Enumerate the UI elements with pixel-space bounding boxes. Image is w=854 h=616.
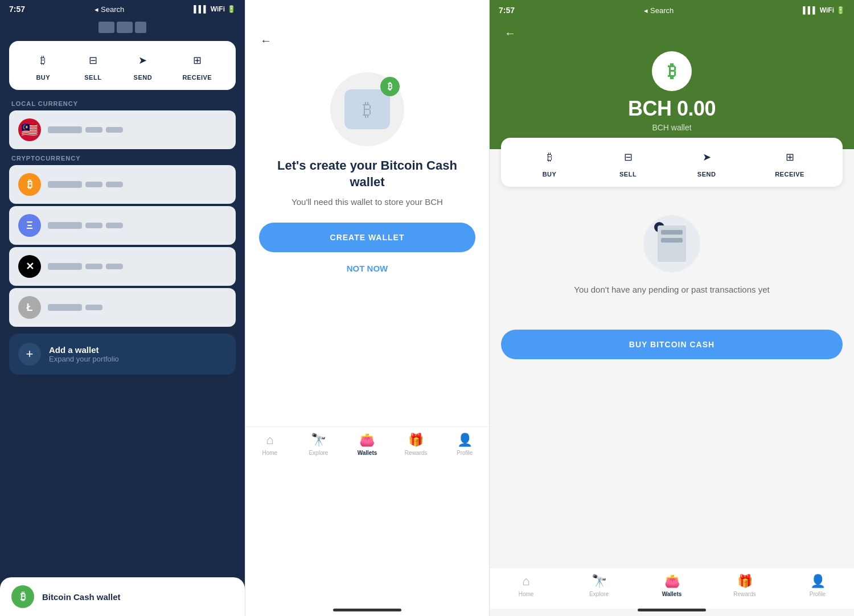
time-left: 7:57	[9, 5, 25, 14]
status-icons-left: ▌▌▌ WiFi 🔋	[194, 5, 236, 13]
ltc-info	[48, 304, 102, 311]
add-wallet-banner[interactable]: + Add a wallet Expand your portfolio	[9, 334, 236, 375]
tab-bar-middle: ⌂ Home 🔭 Explore 👛 Wallets 🎁 Rewards 👤 P…	[245, 426, 489, 467]
sell-label-left: SELL	[84, 74, 101, 81]
bch-preview-label: Bitcoin Cash wallet	[42, 592, 121, 602]
logo-block-1	[98, 22, 114, 33]
action-receive-left[interactable]: ⊞ RECEIVE	[182, 50, 212, 81]
tab-home-middle[interactable]: ⌂ Home	[253, 433, 287, 456]
send-icon-left: ➤	[133, 50, 153, 71]
explore-label-right: Explore	[589, 591, 609, 597]
myr-icon: 🇲🇾	[18, 118, 41, 141]
logo-block-2	[117, 22, 133, 33]
receive-label-right: RECEIVE	[775, 171, 804, 178]
buy-icon-left: ₿	[33, 50, 54, 71]
myr-bar-1	[48, 126, 82, 133]
ltc-icon: Ł	[18, 296, 41, 319]
xrp-bar-2	[85, 264, 102, 269]
action-buy-right[interactable]: ₿ BUY	[539, 147, 560, 178]
rewards-label-right: Rewards	[733, 591, 756, 597]
add-wallet-title: Add a wallet	[49, 345, 119, 355]
bch-preview-icon: ₿	[11, 585, 34, 608]
ltc-bar-1	[48, 304, 82, 311]
action-sell-right[interactable]: ⊟ SELL	[618, 147, 638, 178]
back-button-middle[interactable]: ←	[257, 31, 275, 50]
back-button-right[interactable]: ←	[501, 24, 519, 42]
tab-rewards-middle[interactable]: 🎁 Rewards	[399, 433, 433, 456]
buy-label-right: BUY	[543, 171, 557, 178]
sell-label-right: SELL	[619, 171, 637, 178]
sell-icon-left: ⊟	[83, 50, 103, 71]
empty-transactions-area: You don't have any pending or past trans…	[490, 187, 854, 324]
not-now-button[interactable]: NOT NOW	[245, 252, 489, 285]
btc-info	[48, 181, 123, 188]
currency-btc[interactable]: ₿	[9, 165, 236, 204]
bch-header: ← ₿ BCH 0.00 BCH wallet	[490, 18, 854, 149]
xrp-bar-1	[48, 263, 82, 270]
tab-rewards-right[interactable]: 🎁 Rewards	[728, 574, 762, 597]
action-buy-left[interactable]: ₿ BUY	[33, 50, 54, 81]
xrp-bar-3	[106, 264, 123, 269]
logo-block-3	[135, 22, 146, 33]
sell-icon-right: ⊟	[618, 147, 638, 167]
tab-profile-middle[interactable]: 👤 Profile	[447, 433, 482, 456]
tab-bar-right: ⌂ Home 🔭 Explore 👛 Wallets 🎁 Rewards 👤 P…	[490, 568, 854, 609]
search-nav-right[interactable]: ◂ Search	[644, 6, 674, 15]
wallets-label-middle: Wallets	[358, 450, 377, 456]
currency-eth[interactable]: Ξ	[9, 206, 236, 245]
eth-bar-3	[106, 223, 123, 228]
action-send-right[interactable]: ➤ SEND	[696, 147, 717, 178]
rewards-icon-middle: 🎁	[408, 433, 424, 447]
tab-wallets-right[interactable]: 👛 Wallets	[655, 574, 689, 597]
home-icon-middle: ⌂	[266, 433, 273, 447]
buy-label-left: BUY	[36, 74, 50, 81]
myr-bar-3	[106, 127, 123, 133]
receive-label-left: RECEIVE	[182, 74, 212, 81]
action-send-left[interactable]: ➤ SEND	[133, 50, 153, 81]
btc-icon: ₿	[18, 173, 41, 196]
add-wallet-plus-icon: +	[18, 343, 41, 366]
profile-label-right: Profile	[810, 591, 826, 597]
explore-label-middle: Explore	[309, 450, 328, 456]
rewards-icon-right: 🎁	[737, 574, 753, 589]
send-icon-right: ➤	[696, 147, 717, 167]
bch-wallet-label: BCH wallet	[652, 123, 691, 132]
receive-icon-right: ⊞	[779, 147, 800, 167]
tab-home-right[interactable]: ⌂ Home	[509, 574, 543, 597]
action-sell-left[interactable]: ⊟ SELL	[83, 50, 103, 81]
add-wallet-subtitle: Expand your portfolio	[49, 355, 119, 363]
tab-explore-right[interactable]: 🔭 Explore	[582, 574, 616, 597]
quick-actions-left: ₿ BUY ⊟ SELL ➤ SEND ⊞ RECEIVE	[9, 41, 236, 90]
currency-ltc[interactable]: Ł	[9, 288, 236, 327]
status-bar-right: 7:57 ◂ Search ▌▌▌ WiFi 🔋	[490, 0, 854, 18]
tab-explore-middle[interactable]: 🔭 Explore	[301, 433, 335, 456]
currency-myr[interactable]: 🇲🇾	[9, 110, 236, 149]
bch-actions-card: ₿ BUY ⊟ SELL ➤ SEND ⊞ RECEIVE	[501, 138, 843, 187]
buy-bch-button[interactable]: BUY BITCOIN CASH	[501, 330, 843, 359]
ltc-bar-2	[85, 305, 102, 310]
explore-icon-right: 🔭	[592, 574, 607, 589]
local-currency-list: 🇲🇾	[0, 110, 245, 149]
panel-left: 7:57 ◂ Search ▌▌▌ WiFi 🔋 ₿ BUY ⊟ SELL ➤ …	[0, 0, 245, 616]
wallet-body: ₿	[344, 89, 390, 129]
create-wallet-subtitle: You'll need this wallet to store your BC…	[245, 190, 489, 207]
action-receive-right[interactable]: ⊞ RECEIVE	[775, 147, 804, 178]
home-indicator-right	[638, 609, 706, 611]
search-nav-left[interactable]: ◂ Search	[95, 5, 124, 14]
document-icon	[658, 225, 686, 262]
currency-xrp[interactable]: ✕	[9, 247, 236, 286]
receive-icon-left: ⊞	[187, 50, 207, 71]
bch-header-nav: ←	[501, 24, 843, 42]
wallet-image-bg: ₿ ₿	[330, 72, 404, 146]
add-wallet-text: Add a wallet Expand your portfolio	[49, 345, 119, 363]
profile-icon-middle: 👤	[457, 433, 473, 447]
tab-wallets-middle[interactable]: 👛 Wallets	[350, 433, 384, 456]
home-indicator-middle	[333, 609, 401, 611]
btc-bar-2	[85, 182, 102, 187]
create-wallet-button[interactable]: CREATE WALLET	[259, 223, 475, 252]
send-label-right: SEND	[697, 171, 716, 178]
bch-preview-card[interactable]: ₿ Bitcoin Cash wallet	[0, 577, 245, 616]
myr-info	[48, 126, 123, 133]
tab-profile-right[interactable]: 👤 Profile	[800, 574, 835, 597]
status-bar-left: 7:57 ◂ Search ▌▌▌ WiFi 🔋	[0, 0, 245, 16]
